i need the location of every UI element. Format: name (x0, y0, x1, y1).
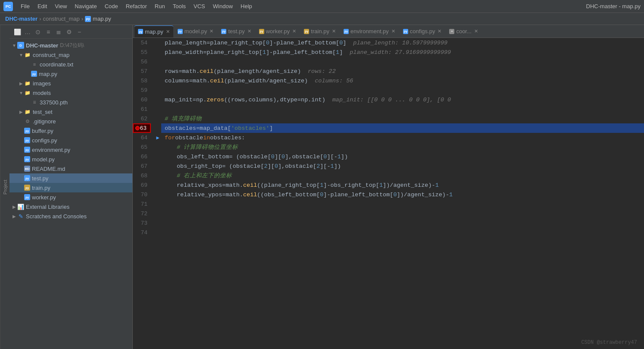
tree-item-workerpy[interactable]: ▶ py worker.py (9, 192, 132, 202)
breadcrumb-file-icon: py (85, 16, 91, 22)
tree-item-configspy[interactable]: ▶ py configs.py (9, 135, 132, 145)
sidebar-btn-collapse[interactable]: ≣ (54, 28, 63, 36)
linenum-68[interactable]: 68 (133, 171, 151, 180)
code-editor[interactable]: 54 55 56 57 58 59 60 61 62 63 64 65 66 6… (133, 38, 644, 349)
gutter-57 (154, 66, 161, 76)
code-line-65: # 计算障碍物位置坐标 (161, 142, 644, 152)
linenum-59[interactable]: 59 (133, 85, 151, 95)
tree-arrow-extlibs: ▶ (11, 204, 17, 209)
menu-tools[interactable]: Tools (169, 2, 189, 10)
tree-item-construct-map[interactable]: ▼ 📁 construct_map (9, 50, 132, 60)
tree-item-modelpy[interactable]: ▶ py model.py (9, 154, 132, 164)
tree-item-trainpy[interactable]: ▶ py train.py (9, 183, 132, 192)
linenum-71[interactable]: 71 (133, 199, 151, 209)
tree-item-scratches[interactable]: ▶ ✎ Scratches and Consoles (9, 211, 132, 221)
linenum-58[interactable]: 58 (133, 76, 151, 85)
breadcrumb-folder[interactable]: construct_map (43, 16, 79, 22)
linenum-65[interactable]: 65 (133, 142, 151, 152)
tree-item-dhcmaster[interactable]: ▼ D DHC-master D:\47位码\ (9, 41, 132, 50)
tree-item-models[interactable]: ▼ 📁 models (9, 88, 132, 97)
tab-configspy[interactable]: py configs.py ✕ (400, 25, 445, 38)
linenum-66[interactable]: 66 (133, 152, 151, 161)
gutter-74 (154, 228, 161, 237)
linenum-56[interactable]: 56 (133, 57, 151, 66)
code-line-59 (161, 85, 644, 95)
linenum-61[interactable]: 61 (133, 104, 151, 114)
menu-run[interactable]: Run (151, 2, 169, 10)
no-arrow: ▶ (18, 138, 24, 143)
breadcrumb-file[interactable]: py map.py (85, 16, 111, 22)
tree-item-readme[interactable]: ▶ MD README.md (9, 164, 132, 173)
menu-help[interactable]: Help (237, 2, 256, 10)
sidebar-btn-square[interactable]: ⬜ (13, 28, 22, 36)
linenum-74[interactable]: 74 (133, 228, 151, 237)
testset-label: test_set (33, 109, 53, 115)
modelpy-label: model.py (32, 156, 55, 163)
gutter-67 (154, 161, 161, 171)
project-panel-label[interactable]: Project (0, 25, 9, 349)
linenum-63[interactable]: 63 (133, 123, 151, 133)
tab-close-modelpy[interactable]: ✕ (209, 28, 213, 34)
menu-refactor[interactable]: Refactor (122, 2, 150, 10)
linenum-67[interactable]: 67 (133, 161, 151, 171)
tree-item-bufferpy[interactable]: ▶ py buffer.py (9, 126, 132, 135)
tab-close-testpy[interactable]: ✕ (247, 28, 251, 34)
tree-item-images[interactable]: ▶ 📁 images (9, 79, 132, 88)
menu-vcs[interactable]: VCS (190, 2, 209, 10)
tree-item-pth[interactable]: ▶ ≡ 337500.pth (9, 97, 132, 107)
menu-file[interactable]: File (17, 2, 33, 10)
tree-item-testset[interactable]: ▶ 📁 test_set (9, 107, 132, 116)
tab-modelpy[interactable]: py model.py ✕ (174, 25, 217, 38)
menu-navigate[interactable]: Navigate (71, 2, 100, 10)
tab-trainpy[interactable]: py train.py ✕ (300, 25, 339, 38)
sidebar-btn-dots[interactable]: … (23, 28, 32, 36)
linenum-73[interactable]: 73 (133, 218, 151, 228)
breadcrumb-project[interactable]: DHC-master (5, 16, 38, 22)
tree-item-extlibs[interactable]: ▶ 📊 External Libraries (9, 202, 132, 211)
linenum-70[interactable]: 70 (133, 190, 151, 199)
menu-code[interactable]: Code (101, 2, 122, 10)
tab-coor[interactable]: ≡ coor... ✕ (446, 25, 481, 38)
sidebar-btn-expand[interactable]: ≡ (44, 28, 53, 36)
readme-label: README.md (32, 166, 65, 172)
tab-close-workerpy[interactable]: ✕ (292, 28, 296, 34)
sidebar-btn-minus[interactable]: − (75, 28, 84, 36)
gutter-70 (154, 190, 161, 199)
tree-item-gitignore[interactable]: ▶ ⚙ .gitignore (9, 116, 132, 126)
app-logo: PC (3, 2, 13, 11)
modelpy-icon: py (24, 156, 30, 162)
tab-icon-configspy: py (403, 29, 408, 34)
linenum-64[interactable]: 64 (133, 133, 151, 142)
gutter-56 (154, 57, 161, 66)
code-line-71 (161, 199, 644, 209)
linenum-62[interactable]: 62 (133, 114, 151, 123)
tab-close-configspy[interactable]: ✕ (438, 28, 441, 34)
tab-close-coor[interactable]: ✕ (474, 28, 478, 34)
linenum-72[interactable]: 72 (133, 209, 151, 218)
sidebar-btn-settings[interactable]: ⚙ (65, 28, 73, 36)
coordinate-icon: ≡ (31, 61, 38, 68)
tree-item-testpy[interactable]: ▶ py test.py (9, 173, 132, 183)
menu-view[interactable]: View (51, 2, 70, 10)
tab-testpy[interactable]: py test.py ✕ (218, 25, 254, 38)
tab-close-trainpy[interactable]: ✕ (332, 28, 336, 34)
tab-mappy[interactable]: py map.py ✕ (134, 25, 173, 38)
linenum-57[interactable]: 57 (133, 66, 151, 76)
tree-item-coordinate[interactable]: ▶ ≡ coordinate.txt (9, 60, 132, 69)
linenum-69[interactable]: 69 (133, 180, 151, 190)
menu-edit[interactable]: Edit (34, 2, 50, 10)
linenum-54[interactable]: 54 (133, 38, 151, 47)
code-content[interactable]: plane_length = plane_right_top[0] - plan… (161, 38, 644, 349)
sidebar-btn-target[interactable]: ⊙ (34, 28, 42, 36)
linenum-55[interactable]: 55 (133, 47, 151, 57)
environmentpy-label: environment.py (32, 147, 70, 153)
tree-item-mappy[interactable]: ▶ py map.py (9, 69, 132, 79)
linenum-60[interactable]: 60 (133, 95, 151, 104)
tree-item-environmentpy[interactable]: ▶ py environment.py (9, 145, 132, 154)
tab-workerpy[interactable]: py worker.py ✕ (256, 25, 300, 38)
tab-environmentpy[interactable]: py environment.py ✕ (340, 25, 399, 38)
tab-close-mappy[interactable]: ✕ (166, 29, 170, 35)
pth-label: 337500.pth (40, 99, 68, 106)
menu-window[interactable]: Window (209, 2, 236, 10)
tab-close-environmentpy[interactable]: ✕ (391, 28, 395, 34)
